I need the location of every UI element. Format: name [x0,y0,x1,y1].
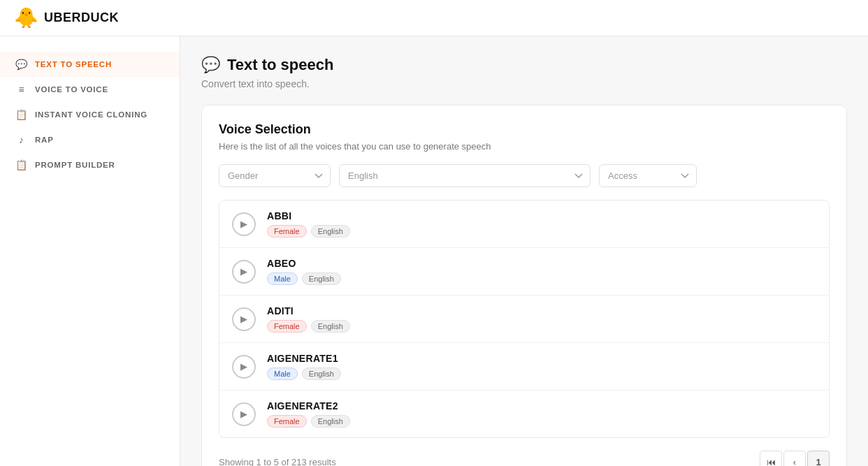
voice-info-abbi: ABBI Female English [267,210,350,238]
table-row: ▶ AIGENERATE2 Female English [219,391,829,437]
pagination-controls: ⏮ ‹ 1 [760,451,830,466]
pagination-info: Showing 1 to 5 of 213 results [219,457,336,467]
logo-icon: 🐥 [14,6,38,29]
pagination-page-1-button[interactable]: 1 [807,451,830,466]
voice-tags: Female English [267,225,350,238]
voice-tags: Female English [267,415,350,428]
voice-tags: Male English [267,272,341,285]
card-title: Voice Selection [219,122,830,137]
pagination-prev-button[interactable]: ‹ [783,451,806,466]
voice-name: ABBI [267,210,350,221]
chat-icon: 💬 [15,59,28,70]
page-title: Text to speech [227,56,333,74]
voice-info-aditi: ADITI Female English [267,305,350,333]
voice-name: AIGENERATE2 [267,400,350,412]
sidebar-item-label: RAP [35,136,54,144]
voice-name: ABEO [267,258,341,269]
music-icon: ♪ [15,134,28,145]
logo[interactable]: 🐥 UBERDUCK [14,6,119,29]
sidebar-item-rap[interactable]: ♪ RAP [0,127,180,152]
page-header: 💬 Text to speech [201,56,847,74]
sidebar-item-label: TEXT TO SPEECH [35,60,112,68]
content-area: 💬 Text to speech Convert text into speec… [180,36,868,466]
card-description: Here is the list of all the voices that … [219,141,830,152]
gender-tag: Female [267,320,307,333]
sidebar-item-label: VOICE TO VOICE [35,85,108,94]
gender-tag: Male [267,272,298,285]
voice-info-abeo: ABEO Male English [267,258,341,285]
access-filter[interactable]: Access Free Premium [599,164,697,187]
language-tag: English [311,225,350,238]
voice-info-aigenerate1: AIGENERATE1 Male English [267,353,341,380]
language-tag: English [311,320,350,333]
gender-filter[interactable]: Gender Male Female [219,164,331,187]
sidebar: 💬 TEXT TO SPEECH ≡ VOICE TO VOICE 📋 INST… [0,36,180,466]
main-layout: 💬 TEXT TO SPEECH ≡ VOICE TO VOICE 📋 INST… [0,36,868,466]
sidebar-item-label: PROMPT BUILDER [35,161,115,169]
list-icon: ≡ [15,84,28,95]
gender-tag: Female [267,415,307,428]
play-abeo-button[interactable]: ▶ [232,260,256,284]
table-row: ▶ AIGENERATE1 Male English [219,343,829,391]
language-tag: English [302,272,341,285]
logo-name: UBERDUCK [44,10,119,25]
voice-tags: Male English [267,367,341,380]
table-row: ▶ ADITI Female English [219,296,829,343]
language-tag: English [302,367,341,380]
gender-tag: Male [267,367,298,380]
topbar: 🐥 UBERDUCK [0,0,868,36]
table-row: ▶ ABBI Female English [219,201,829,248]
sidebar-item-prompt-builder[interactable]: 📋 PROMPT BUILDER [0,152,180,177]
voice-list: ▶ ABBI Female English ▶ ABEO [219,200,830,438]
page-title-icon: 💬 [201,56,220,74]
gender-tag: Female [267,225,307,238]
play-aditi-button[interactable]: ▶ [232,307,256,331]
table-row: ▶ ABEO Male English [219,248,829,296]
pagination-row: Showing 1 to 5 of 213 results ⏮ ‹ 1 [219,451,830,466]
voice-info-aigenerate2: AIGENERATE2 Female English [267,400,350,428]
pagination-first-button[interactable]: ⏮ [760,451,782,466]
play-aigenerate1-button[interactable]: ▶ [232,355,256,379]
voice-tags: Female English [267,320,350,333]
voice-selection-card: Voice Selection Here is the list of all … [201,105,847,466]
language-filter[interactable]: English Spanish French [339,164,591,187]
play-aigenerate2-button[interactable]: ▶ [232,402,256,426]
language-tag: English [311,415,350,428]
play-abbi-button[interactable]: ▶ [232,212,256,236]
sidebar-item-text-to-speech[interactable]: 💬 TEXT TO SPEECH [0,52,180,77]
clone-icon: 📋 [15,109,28,120]
prompt-icon: 📋 [15,159,28,170]
voice-name: ADITI [267,305,350,316]
sidebar-item-label: INSTANT VOICE CLONING [35,110,147,119]
filters-row: Gender Male Female English Spanish Frenc… [219,164,830,187]
voice-name: AIGENERATE1 [267,353,341,364]
page-subtitle: Convert text into speech. [201,78,847,89]
sidebar-item-voice-to-voice[interactable]: ≡ VOICE TO VOICE [0,77,180,102]
sidebar-item-instant-voice-cloning[interactable]: 📋 INSTANT VOICE CLONING [0,102,180,127]
